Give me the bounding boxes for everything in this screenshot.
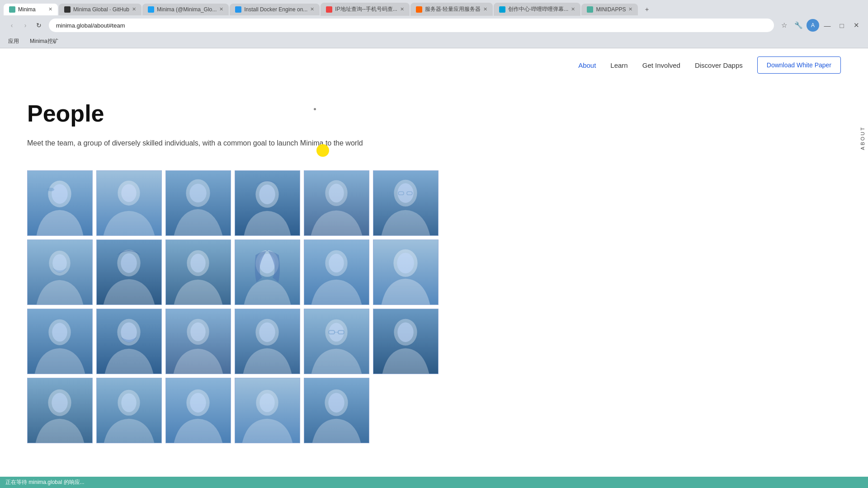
team-member-3[interactable] (165, 170, 231, 236)
svg-point-28 (52, 323, 67, 342)
tab-close-btn[interactable]: ✕ (628, 6, 632, 12)
team-member-19[interactable] (27, 378, 93, 443)
nav-learn[interactable]: Learn (610, 61, 627, 69)
bookmarks-bar: 应用 Minima挖矿 (0, 35, 868, 48)
tab-server[interactable]: 服务器·轻量应用服务器 ✕ (410, 3, 493, 16)
bookmark-minima[interactable]: Minima挖矿 (27, 37, 61, 46)
tab-close-btn[interactable]: ✕ (483, 6, 487, 12)
tab-favicon (587, 6, 593, 13)
tab-bilibili[interactable]: 创作中心·哔哩哔哩弹幕... ✕ (494, 3, 580, 16)
svg-point-49 (259, 394, 275, 412)
person-silhouette (304, 309, 369, 374)
toolbar-actions: ☆ 🔧 A — □ ✕ (778, 19, 863, 32)
team-member-8[interactable] (96, 239, 162, 305)
profile-button[interactable]: A (807, 19, 819, 32)
download-white-paper-button[interactable]: Download White Paper (757, 56, 841, 74)
tab-close-btn[interactable]: ✕ (571, 6, 575, 12)
maximize-button[interactable]: □ (835, 19, 848, 32)
close-window-button[interactable]: ✕ (850, 19, 863, 32)
team-member-20[interactable] (96, 378, 162, 443)
person-silhouette (373, 309, 438, 374)
person-silhouette (28, 240, 92, 305)
tab-minima[interactable]: Minima ✕ (4, 4, 58, 15)
tab-label: Minima Global · GitHub (73, 6, 129, 13)
svg-point-6 (189, 184, 206, 202)
tab-close-btn[interactable]: ✕ (400, 6, 404, 12)
team-member-18[interactable] (373, 309, 439, 374)
team-member-23[interactable] (304, 378, 369, 443)
team-member-7[interactable] (27, 239, 93, 305)
person-silhouette (304, 378, 369, 443)
nav-about[interactable]: About (578, 61, 596, 69)
tab-favicon (64, 6, 71, 13)
browser-toolbar: ‹ › ↻ minima.global/about#team ☆ 🔧 A — □… (0, 16, 868, 35)
team-member-13[interactable] (27, 309, 93, 374)
member-photo (166, 309, 231, 374)
team-member-14[interactable] (96, 309, 162, 374)
new-tab-button[interactable]: ＋ (641, 3, 653, 16)
team-member-15[interactable] (165, 309, 231, 374)
member-photo (373, 171, 438, 235)
member-photo (28, 309, 92, 374)
address-bar[interactable]: minima.global/about#team (49, 19, 774, 32)
team-member-21[interactable] (165, 378, 231, 443)
team-member-9[interactable] (165, 239, 231, 305)
team-member-10[interactable] (235, 239, 300, 305)
extensions-button[interactable]: 🔧 (792, 19, 805, 32)
nav-get-involved[interactable]: Get Involved (642, 61, 680, 69)
team-member-11[interactable] (304, 239, 369, 305)
tab-github[interactable]: Minima Global · GitHub ✕ (59, 4, 142, 15)
tab-bar: Minima ✕ Minima Global · GitHub ✕ Minima… (0, 0, 868, 16)
tab-favicon (9, 6, 15, 13)
team-member-5[interactable] (304, 170, 369, 236)
team-member-17[interactable] (304, 309, 369, 374)
tab-close-btn[interactable]: ✕ (310, 6, 314, 12)
team-member-1[interactable] (27, 170, 93, 236)
member-photo (235, 378, 300, 443)
bookmark-apps[interactable]: 应用 (5, 37, 22, 46)
tab-docker[interactable]: Install Docker Engine on... ✕ (230, 4, 320, 15)
team-member-16[interactable] (235, 309, 300, 374)
tab-label: Install Docker Engine on... (244, 6, 307, 13)
team-member-2[interactable] (96, 170, 162, 236)
member-photo (373, 240, 438, 305)
person-silhouette (97, 171, 161, 235)
member-photo (304, 240, 369, 305)
member-photo (97, 309, 161, 374)
page-content: About Learn Get Involved Discover Dapps … (0, 48, 868, 470)
person-silhouette (97, 309, 161, 374)
svg-point-8 (259, 185, 275, 204)
team-member-4[interactable] (235, 170, 300, 236)
member-photo (97, 240, 161, 305)
minimize-button[interactable]: — (821, 19, 834, 32)
tab-close-btn[interactable]: ✕ (132, 6, 136, 12)
team-member-6[interactable] (373, 170, 439, 236)
tab-ip[interactable]: IP地址查询--手机号码查... ✕ (321, 3, 409, 16)
nav-discover-dapps[interactable]: Discover Dapps (695, 61, 743, 69)
tab-close-btn[interactable]: ✕ (219, 6, 223, 12)
nav-dot (314, 108, 316, 110)
tab-favicon (326, 6, 332, 13)
member-photo (235, 309, 300, 374)
svg-point-34 (259, 323, 275, 342)
svg-point-41 (397, 323, 414, 342)
tab-label: Minima (18, 6, 36, 13)
back-button[interactable]: ‹ (5, 19, 18, 32)
forward-button[interactable]: › (19, 19, 32, 32)
person-silhouette (235, 309, 300, 374)
tab-label: 服务器·轻量应用服务器 (425, 5, 481, 13)
person-silhouette (97, 240, 161, 305)
bookmark-label: 应用 (8, 38, 19, 45)
bookmark-button[interactable]: ☆ (778, 19, 790, 32)
svg-point-18 (121, 253, 137, 273)
tab-minidapps[interactable]: MINIDAPPS ✕ (581, 4, 638, 15)
member-photo (304, 309, 369, 374)
team-member-22[interactable] (235, 378, 300, 443)
tab-twitter[interactable]: Minima (@Minima_Glo... ✕ (142, 4, 229, 15)
team-member-12[interactable] (373, 239, 439, 305)
tab-favicon (416, 6, 422, 13)
bookmark-label: Minima挖矿 (30, 38, 58, 45)
tab-close-btn[interactable]: ✕ (48, 6, 52, 12)
reload-button[interactable]: ↻ (33, 19, 45, 32)
svg-point-2 (47, 188, 54, 191)
